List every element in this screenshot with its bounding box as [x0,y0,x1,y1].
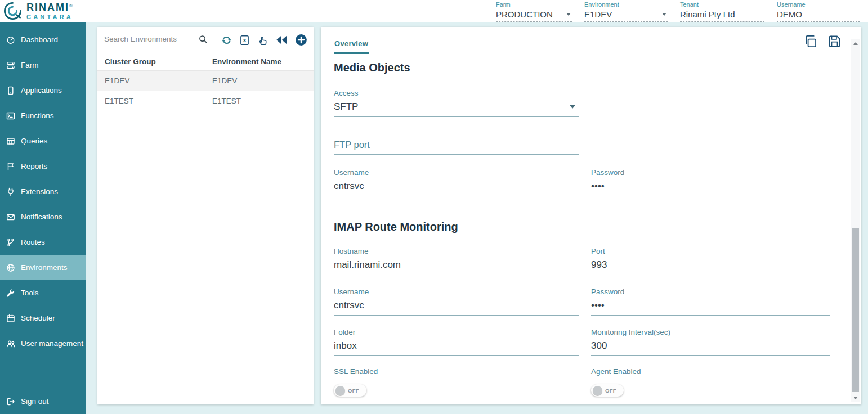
hostname-input[interactable]: mail.rinami.com [334,259,579,275]
environment-selector[interactable]: Environment E1DEV [584,1,668,22]
folder-input[interactable]: inbox [334,340,579,356]
logo-title: RINAMI [26,2,69,13]
agent-enabled-field: Agent Enabled OFF [591,367,830,397]
username-label: Username [334,287,579,296]
tenant-value: Rinami Pty Ltd [680,10,735,19]
password-label: Password [591,287,830,296]
ftp-port-input[interactable]: FTP port [334,140,579,155]
folder-label: Folder [334,328,579,337]
password-input[interactable]: •••• [591,181,830,196]
scrollbar-thumb[interactable] [852,228,859,392]
add-environment-icon[interactable] [295,34,307,46]
sidebar-item-functions[interactable]: Functions [0,103,86,128]
sidebar-item-routes[interactable]: Routes [0,230,86,255]
username-input[interactable]: cntrsvc [334,181,579,196]
table-row[interactable]: E1DEV E1DEV [97,71,314,91]
rewind-icon[interactable] [275,34,288,46]
user-management-users-icon [6,339,16,348]
media-username-field[interactable]: Username cntrsvc [334,168,579,196]
cell-environment-name: E1DEV [205,76,237,85]
port-field[interactable]: Port 993 [591,247,830,275]
folder-field[interactable]: Folder inbox [334,328,579,356]
sidebar-item-extensions[interactable]: Extensions [0,179,86,204]
list-toolbar: x [97,27,314,53]
search-icon[interactable] [199,35,208,44]
tab-overview[interactable]: Overview [334,39,369,54]
farm-selector[interactable]: Farm PRODUCTION [496,1,572,22]
top-header: RINAMI® CANTARA Farm PRODUCTION Environm… [0,0,868,22]
notifications-envelope-icon [6,213,16,222]
imap-username-field[interactable]: Username cntrsvc [334,287,579,316]
sidebar-item-reports[interactable]: Reports [0,154,86,179]
username-label: Username [777,1,860,8]
farm-icon [6,61,16,70]
search-box[interactable] [103,33,211,47]
export-excel-icon[interactable]: x [239,35,250,46]
sidebar-item-label: Reports [21,162,47,170]
hand-pointer-icon[interactable] [257,35,268,46]
chevron-down-icon[interactable] [566,13,571,16]
toggle-knob [593,386,602,395]
ftp-port-field[interactable]: FTP port [334,140,579,155]
sign-out-icon [6,397,16,406]
sidebar-item-notifications[interactable]: Notifications [0,204,86,230]
copy-icon[interactable] [803,34,818,49]
imap-password-field[interactable]: Password •••• [591,287,830,316]
cell-cluster-group: E1TEST [97,91,205,111]
overview-form: Media Objects Access SFTP FTP port Usern… [334,56,830,397]
sidebar-item-queries[interactable]: Queries [0,128,86,154]
toggle-knob [335,386,345,395]
scroll-up-icon[interactable] [851,39,860,47]
sidebar-item-dashboard[interactable]: Dashboard [0,27,86,52]
sidebar-item-farm[interactable]: Farm [0,52,86,78]
sidebar-item-tools[interactable]: Tools [0,280,86,305]
password-input[interactable]: •••• [591,300,830,316]
port-input[interactable]: 993 [591,259,830,275]
sidebar-item-label: Dashboard [21,35,58,44]
media-password-field[interactable]: Password •••• [591,168,830,196]
table-row[interactable]: E1TEST E1TEST [97,91,314,111]
sidebar-item-label: Notifications [21,213,62,221]
chevron-down-icon[interactable] [662,13,666,16]
tab-bar: Overview [321,27,861,56]
tenant-label: Tenant [680,1,764,8]
routes-branch-icon [6,238,16,247]
tenant-field: Tenant Rinami Pty Ltd [680,1,764,22]
username-input[interactable]: cntrsvc [334,300,579,316]
port-label: Port [591,247,830,256]
scheduler-calendar-icon [6,314,16,323]
ftp-port-placeholder: FTP port [334,140,370,150]
access-value: SFTP [334,101,358,112]
scroll-down-icon[interactable] [851,394,860,402]
farm-label: Farm [496,1,572,8]
access-field[interactable]: Access SFTP [334,89,579,117]
hostname-label: Hostname [334,247,579,256]
rinami-logo: RINAMI® CANTARA [3,1,73,21]
agent-enabled-toggle[interactable]: OFF [591,384,624,397]
access-select[interactable]: SFTP [334,101,579,117]
hostname-field[interactable]: Hostname mail.rinami.com [334,247,579,275]
refresh-icon[interactable] [221,35,232,46]
extensions-plug-icon [6,187,16,196]
sidebar-item-label: Scheduler [21,314,55,322]
farm-value: PRODUCTION [496,10,553,19]
sidebar-item-user-management[interactable]: User management [0,331,86,356]
search-input[interactable] [104,35,199,43]
sign-out-button[interactable]: Sign out [0,389,86,414]
sidebar-item-label: Functions [21,111,54,120]
monitoring-interval-field[interactable]: Monitoring Interval(sec) 300 [591,328,830,356]
sidebar-item-environments[interactable]: Environments [0,255,86,280]
vertical-scrollbar[interactable] [851,39,860,402]
sidebar: Dashboard Farm Applications Functions Qu… [0,22,86,414]
ssl-enabled-toggle[interactable]: OFF [334,384,366,397]
chevron-down-icon[interactable] [570,105,575,109]
sidebar-item-scheduler[interactable]: Scheduler [0,305,86,331]
sidebar-item-applications[interactable]: Applications [0,78,86,103]
monitoring-interval-input[interactable]: 300 [591,340,830,356]
environment-detail-panel: Overview Media Objects Access SFTP [321,27,861,404]
list-header-row: Cluster Group Environment Name [97,53,314,71]
environment-value: E1DEV [584,10,612,19]
tools-wrench-icon [6,289,16,298]
save-icon[interactable] [827,34,842,49]
environments-list-panel: x Cluster Group Environment Name E1DEV E… [97,27,314,404]
